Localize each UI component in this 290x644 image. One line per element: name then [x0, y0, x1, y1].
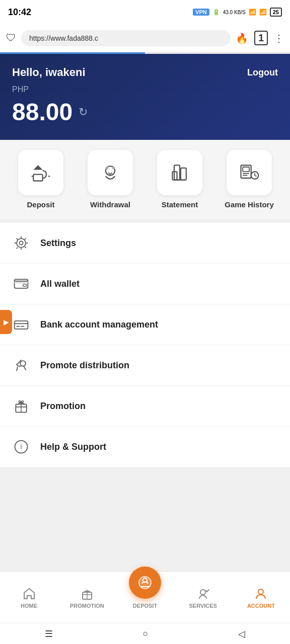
svg-text:i: i	[20, 442, 22, 450]
withdrawal-label: Withdrawal	[90, 200, 130, 209]
statement-icon	[169, 162, 191, 184]
game-history-label: Game History	[225, 200, 274, 209]
tab-count[interactable]: 1	[254, 31, 268, 45]
action-statement[interactable]: Statement	[147, 150, 212, 209]
nav-account[interactable]: ACCOUNT	[232, 587, 290, 609]
wallet-icon	[12, 275, 30, 293]
status-icons: VPN 🔋 43.0 KB/S 📶 📶 25	[193, 8, 282, 17]
greeting-text: Hello, iwakeni	[12, 66, 86, 79]
nav-home[interactable]: HOME	[0, 587, 58, 609]
svg-point-2	[106, 167, 109, 170]
menu-list: Settings All wallet Bank account managem…	[0, 223, 290, 467]
browser-actions: 🔥 1 ⋮	[236, 31, 284, 45]
flame-icon[interactable]: 🔥	[236, 32, 248, 44]
menu-item-settings[interactable]: Settings	[0, 223, 290, 264]
svg-rect-18	[23, 284, 27, 286]
balance-row: 88.00 ↻	[12, 98, 278, 126]
battery-icon: 🔋	[212, 9, 220, 16]
android-home-btn[interactable]: ○	[143, 628, 149, 639]
bank-account-label: Bank account management	[40, 319, 158, 330]
game-history-icon	[238, 162, 260, 184]
currency-label: PHP	[12, 85, 278, 94]
status-time: 10:42	[8, 7, 31, 18]
deposit-center-button[interactable]	[129, 567, 161, 599]
deposit-icon-box	[18, 150, 63, 195]
deposit-label: Deposit	[27, 200, 54, 209]
action-deposit[interactable]: Deposit	[8, 150, 74, 209]
promotion-label: Promotion	[40, 401, 86, 412]
menu-item-help[interactable]: i Help & Support	[0, 427, 290, 467]
signal-icon: 📶	[259, 9, 267, 16]
nav-account-label: ACCOUNT	[247, 603, 275, 609]
bank-icon	[12, 315, 30, 334]
svg-rect-19	[15, 321, 28, 329]
svg-point-35	[258, 589, 263, 594]
action-game-history[interactable]: Game History	[216, 150, 282, 209]
settings-icon	[12, 234, 30, 252]
nav-home-label: HOME	[21, 603, 37, 609]
home-icon	[22, 587, 36, 601]
menu-item-all-wallet[interactable]: All wallet	[0, 264, 290, 304]
services-icon	[196, 587, 210, 601]
nav-promotion-label: PROMOTION	[70, 603, 104, 609]
speed-indicator: 43.0 KB/S	[223, 10, 246, 15]
android-menu-btn[interactable]: ☰	[45, 628, 53, 639]
url-input[interactable]	[21, 30, 231, 46]
statement-icon-box	[157, 150, 202, 195]
status-bar: 10:42 VPN 🔋 43.0 KB/S 📶 📶 25	[0, 0, 290, 24]
promote-icon	[12, 356, 30, 374]
account-banner: Hello, iwakeni Logout PHP 88.00 ↻	[0, 54, 290, 140]
more-icon[interactable]: ⋮	[274, 32, 284, 44]
wifi-icon: 📶	[249, 9, 256, 16]
svg-point-23	[20, 361, 26, 366]
balance-amount: 88.00	[12, 98, 72, 126]
menu-item-promote[interactable]: Promote distribution	[0, 345, 290, 386]
android-back-btn[interactable]: ◁	[238, 628, 245, 639]
nav-deposit[interactable]: DEPOSIT	[116, 567, 174, 609]
promote-label: Promote distribution	[40, 360, 129, 371]
svg-rect-0	[33, 175, 42, 181]
vpn-indicator: VPN	[193, 9, 209, 16]
banner-top: Hello, iwakeni Logout	[12, 66, 278, 79]
svg-rect-15	[15, 279, 28, 288]
bottom-nav: HOME PROMOTION DEPOSIT SERVICES	[0, 571, 290, 623]
refresh-icon[interactable]: ↻	[79, 106, 88, 119]
svg-point-34	[200, 590, 205, 595]
svg-point-3	[112, 167, 115, 170]
svg-point-14	[19, 241, 23, 245]
help-label: Help & Support	[40, 442, 106, 452]
deposit-icon	[30, 162, 52, 184]
battery-percent: 25	[270, 8, 282, 17]
shield-icon: 🛡	[6, 32, 16, 44]
nav-services[interactable]: SERVICES	[174, 587, 232, 609]
menu-item-promotion[interactable]: Promotion	[0, 386, 290, 427]
nav-services-label: SERVICES	[189, 603, 216, 609]
nav-promotion-icon	[80, 587, 94, 601]
action-withdrawal[interactable]: Withdrawal	[78, 150, 143, 209]
settings-label: Settings	[40, 238, 76, 249]
side-arrow-tab[interactable]: ▶	[0, 310, 12, 334]
nav-promotion[interactable]: PROMOTION	[58, 587, 116, 609]
statement-label: Statement	[162, 200, 198, 209]
account-icon	[254, 587, 268, 601]
svg-point-13	[17, 238, 26, 248]
promotion-icon	[12, 397, 30, 415]
deposit-center-icon	[137, 575, 153, 591]
svg-rect-5	[181, 168, 186, 180]
game-history-icon-box	[227, 150, 272, 195]
nav-deposit-label: DEPOSIT	[133, 603, 157, 609]
browser-bar: 🛡 🔥 1 ⋮	[0, 24, 290, 52]
withdrawal-icon	[99, 162, 121, 184]
quick-actions-grid: Deposit Withdrawal Statement	[0, 140, 290, 219]
withdrawal-icon-box	[88, 150, 133, 195]
logout-button[interactable]: Logout	[247, 67, 278, 78]
svg-rect-9	[243, 167, 249, 172]
android-nav-bar: ☰ ○ ◁	[0, 623, 290, 644]
all-wallet-label: All wallet	[40, 279, 80, 289]
help-icon: i	[12, 438, 30, 456]
menu-item-bank-account[interactable]: Bank account management	[0, 304, 290, 345]
